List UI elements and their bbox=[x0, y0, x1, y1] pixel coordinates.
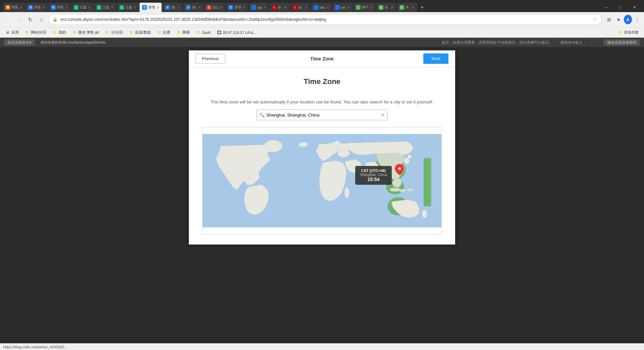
folder-icon-8: 📁 bbox=[618, 30, 623, 35]
navigation-toolbar: ← → ↻ ⌂ 🔒 ☆ ⊞ ★ A ⋮ bbox=[0, 12, 644, 27]
folder-icon-7: 📁 bbox=[196, 30, 201, 35]
tab-7[interactable]: ⚡ 39. ✕ bbox=[162, 3, 182, 12]
folder-icon-3: 📁 bbox=[105, 30, 110, 35]
tab-11[interactable]: 🐾 apt ✕ bbox=[249, 3, 269, 12]
map-svg bbox=[203, 127, 441, 234]
tab-active[interactable]: 管 管理 ✕ bbox=[140, 3, 162, 12]
folder-icon-6: 📁 bbox=[176, 30, 181, 35]
new-tab-button[interactable]: + bbox=[418, 3, 427, 12]
bookmark-machine[interactable]: 📁 机器/数据 bbox=[126, 29, 154, 36]
star-icon[interactable]: ☆ bbox=[593, 17, 597, 22]
refresh-button[interactable]: ↻ bbox=[25, 15, 35, 24]
apps-icon: ⊞ bbox=[5, 30, 10, 35]
bookmark-contest[interactable]: 📁 比赛 bbox=[154, 29, 173, 36]
bookmark-ip-icon: 🔲 bbox=[217, 30, 221, 35]
tab-4[interactable]: 云 云盘 ✕ bbox=[94, 3, 116, 12]
tab-13[interactable]: C lin ✕ bbox=[290, 3, 310, 12]
copy-command-button[interactable] bbox=[592, 42, 598, 43]
back-button[interactable]: ← bbox=[3, 15, 12, 24]
copy-label: 复制命令粘入： bbox=[560, 40, 586, 45]
bookmark-dsoft[interactable]: 📁 Dsoft bbox=[193, 30, 213, 36]
vnc-area: Previous Time Zone Next Time Zone The ti… bbox=[0, 47, 644, 343]
wizard-body: Time Zone The time zone will be set auto… bbox=[189, 67, 455, 245]
close-button[interactable]: ✕ bbox=[628, 3, 641, 12]
folder-icon-1: 📁 bbox=[53, 30, 57, 35]
minimize-button[interactable]: ─ bbox=[600, 3, 613, 12]
url-input[interactable] bbox=[60, 17, 590, 22]
bookmark-apps[interactable]: ⊞ 应用 bbox=[3, 29, 21, 36]
user-avatar[interactable]: A bbox=[624, 15, 632, 24]
tab-18[interactable]: 从 从 ✕ bbox=[397, 3, 417, 12]
lock-icon: 🔒 bbox=[53, 17, 58, 22]
page-title: Time Zone bbox=[202, 77, 442, 86]
maximize-button[interactable]: □ bbox=[614, 3, 627, 12]
search-container: 🔍 ✕ bbox=[202, 110, 442, 120]
svg-point-5 bbox=[264, 140, 282, 152]
description-text: The time zone will be set automatically … bbox=[202, 99, 442, 104]
tab-2[interactable]: 阿 阿里 ✕ bbox=[48, 3, 70, 12]
wizard-header: Previous Time Zone Next bbox=[189, 50, 455, 67]
previous-button[interactable]: Previous bbox=[196, 54, 225, 63]
svg-point-9 bbox=[422, 210, 427, 218]
svg-point-7 bbox=[399, 189, 407, 192]
modify-connection-button[interactable]: 修改远程连接密码 bbox=[604, 39, 640, 46]
timezone-wizard: Previous Time Zone Next Time Zone The ti… bbox=[189, 50, 455, 245]
folder-icon-4: 📁 bbox=[129, 30, 134, 35]
settings-icon[interactable]: ⋮ bbox=[633, 15, 641, 24]
tab-12[interactable]: C lin ✕ bbox=[269, 3, 289, 12]
send-command-button[interactable]: 发送远程命令▾ bbox=[4, 39, 35, 46]
hint-text: 提示：如果出现黑屏，说明系统处于休眠状态，按任意键可以激活。 bbox=[442, 40, 552, 45]
home-button[interactable]: ⌂ bbox=[37, 15, 46, 24]
tab-15[interactable]: 🐾 wo ✕ bbox=[332, 3, 353, 12]
tab-9[interactable]: E ECI ✕ bbox=[204, 3, 225, 12]
tab-10[interactable]: 管 管理 ✕ bbox=[226, 3, 248, 12]
address-bar[interactable]: 🔒 ☆ bbox=[48, 14, 602, 25]
svg-point-10 bbox=[344, 187, 349, 198]
tab-1[interactable]: 阿 阿里 ✕ bbox=[25, 3, 48, 12]
tab-17[interactable]: 在 在 ✕ bbox=[376, 3, 396, 12]
tab-14[interactable]: 🐾 hac ✕ bbox=[311, 3, 332, 12]
folder-icon-0: 📁 bbox=[25, 30, 30, 35]
bookmark-icon[interactable]: ★ bbox=[614, 15, 623, 24]
folder-icon-5: 📁 bbox=[157, 30, 162, 35]
bookmark-course[interactable]: 📁 网课 bbox=[174, 29, 193, 36]
svg-point-6 bbox=[390, 188, 400, 192]
svg-point-8 bbox=[407, 188, 413, 191]
status-url: https://blog.csdn.net/weixin_4343602... bbox=[3, 345, 67, 349]
toolbar-extensions: ⊞ ★ A ⋮ bbox=[605, 15, 641, 24]
tab-3[interactable]: 云 云盘 ✕ bbox=[71, 3, 93, 12]
world-map[interactable]: CST (UTC+08) Shanghai, China 15:54 bbox=[202, 127, 442, 234]
svg-point-11 bbox=[299, 142, 308, 147]
connection-status: 成功连接到实例i-2ze6lp1invrfpp3564mb. bbox=[40, 40, 106, 45]
bookmark-ip[interactable]: 🔲 39.97.118.37 LiFul... bbox=[214, 30, 259, 36]
tab-16[interactable]: L 林干 ✕ bbox=[353, 3, 375, 12]
browser-status-bar: https://blog.csdn.net/weixin_4343602... bbox=[0, 343, 644, 350]
bookmark-wechat[interactable]: 📁 微信 博客 git bbox=[69, 29, 102, 36]
bookmark-cloud[interactable]: 📁 云/社区 bbox=[102, 29, 126, 36]
search-wrap: 🔍 ✕ bbox=[257, 110, 387, 120]
remote-status-bar: 发送远程命令▾ 成功连接到实例i-2ze6lp1invrfpp3564mb. 提… bbox=[0, 38, 644, 47]
bookmark-other[interactable]: 📁 其他书签 bbox=[615, 29, 641, 36]
tab-5[interactable]: 云 云盘 ✕ bbox=[117, 3, 139, 12]
tab-8[interactable]: ⚡ 39. ✕ bbox=[183, 3, 203, 12]
profile-icon[interactable]: A bbox=[624, 15, 632, 24]
folder-icon-2: 📁 bbox=[72, 30, 77, 35]
next-button[interactable]: Next bbox=[423, 53, 448, 64]
wizard-header-title: Time Zone bbox=[310, 56, 334, 61]
svg-rect-4 bbox=[424, 158, 431, 206]
browser-tabs: 阿 阿里 ✕ 阿 阿里 ✕ 阿 阿里 ✕ 云 云盘 ✕ 云 云盘 ✕ 云 云盘 … bbox=[0, 0, 644, 12]
clear-search-icon[interactable]: ✕ bbox=[381, 112, 385, 118]
bookmarks-bar: ⊞ 应用 📁 网站/社区 📁 我的 📁 微信 博客 git 📁 云/社区 📁 机… bbox=[0, 27, 644, 38]
search-icon: 🔍 bbox=[259, 113, 265, 118]
city-search-input[interactable] bbox=[257, 110, 387, 120]
tab-0[interactable]: 阿 阿里 ✕ bbox=[3, 3, 25, 12]
extensions-icon[interactable]: ⊞ bbox=[605, 15, 613, 24]
svg-point-28 bbox=[398, 168, 401, 170]
bookmark-mine[interactable]: 📁 我的 bbox=[50, 29, 69, 36]
forward-button[interactable]: → bbox=[14, 15, 23, 24]
bookmark-website[interactable]: 📁 网站/社区 bbox=[22, 29, 49, 36]
